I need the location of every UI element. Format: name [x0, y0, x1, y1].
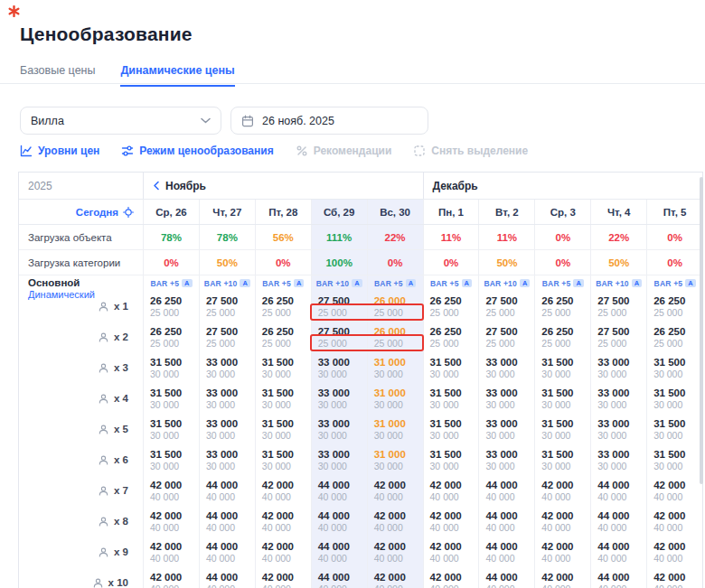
price-cell[interactable]: 31 50030 000	[143, 352, 199, 383]
price-cell[interactable]: 33 00030 000	[199, 414, 255, 444]
prev-month-icon[interactable]	[153, 181, 160, 191]
price-cell[interactable]: 42 00040 000	[646, 567, 702, 588]
price-cell[interactable]: 31 50030 000	[143, 414, 199, 444]
price-cell[interactable]: 44 00040 000	[590, 475, 646, 506]
price-cell[interactable]: 44 00040 000	[311, 537, 367, 567]
price-cell[interactable]: 31 00030 000	[367, 383, 423, 414]
price-cell[interactable]: 27 50025 000	[590, 322, 646, 352]
price-cell[interactable]: 42 00040 000	[367, 537, 423, 567]
price-cell[interactable]: 42 00040 000	[646, 506, 702, 537]
price-cell[interactable]: 26 25025 000	[423, 291, 479, 322]
day-header-1[interactable]: Ср, 26	[143, 200, 199, 224]
price-cell[interactable]: 26 25025 000	[646, 322, 702, 352]
price-cell[interactable]: 27 50025 000	[590, 291, 646, 322]
price-cell[interactable]: 26 25025 000	[646, 291, 702, 322]
price-cell[interactable]: 33 00030 000	[590, 352, 646, 383]
price-cell[interactable]: 42 00040 000	[367, 567, 423, 588]
price-cell[interactable]: 42 00040 000	[534, 506, 590, 537]
price-cell[interactable]: 42 00040 000	[143, 537, 199, 567]
price-cell[interactable]: 27 50025 000	[199, 322, 255, 352]
day-header-7[interactable]: Вт, 2	[478, 200, 534, 224]
price-cell[interactable]: 42 00040 000	[255, 567, 311, 588]
price-cell[interactable]: 31 50030 000	[534, 444, 590, 475]
price-cell[interactable]: 26 00025 000	[367, 322, 423, 352]
price-cell[interactable]: 31 50030 000	[423, 352, 479, 383]
day-header-8[interactable]: Ср, 3	[534, 200, 590, 224]
price-cell[interactable]: 31 50030 000	[646, 414, 702, 444]
price-cell[interactable]: 44 00040 000	[478, 506, 534, 537]
price-cell[interactable]: 44 00040 000	[311, 506, 367, 537]
price-cell[interactable]: 31 50030 000	[534, 352, 590, 383]
price-cell[interactable]: 31 00030 000	[367, 352, 423, 383]
price-cell[interactable]: 27 50025 000	[311, 322, 367, 352]
rate-plan-type[interactable]: Динамический	[28, 289, 95, 302]
price-cell[interactable]: 44 00040 000	[590, 506, 646, 537]
price-cell[interactable]: 31 50030 000	[255, 444, 311, 475]
price-cell[interactable]: 33 00030 000	[311, 444, 367, 475]
price-cell[interactable]: 31 50030 000	[646, 352, 702, 383]
price-cell[interactable]: 27 50025 000	[311, 291, 367, 322]
price-cell[interactable]: 33 00030 000	[311, 383, 367, 414]
price-cell[interactable]: 31 50030 000	[423, 414, 479, 444]
price-cell[interactable]: 33 00030 000	[590, 414, 646, 444]
price-cell[interactable]: 33 00030 000	[199, 383, 255, 414]
price-cell[interactable]: 26 25025 000	[534, 291, 590, 322]
price-cell[interactable]: 33 00030 000	[199, 352, 255, 383]
price-cell[interactable]: 33 00030 000	[478, 352, 534, 383]
day-header-5[interactable]: Вс, 30	[367, 200, 423, 224]
price-cell[interactable]: 42 00040 000	[534, 475, 590, 506]
price-cell[interactable]: 31 50030 000	[143, 444, 199, 475]
price-cell[interactable]: 31 50030 000	[255, 383, 311, 414]
price-levels-button[interactable]: Уровни цен	[20, 145, 99, 157]
price-cell[interactable]: 31 50030 000	[646, 444, 702, 475]
price-cell[interactable]: 31 50030 000	[646, 383, 702, 414]
price-cell[interactable]: 27 50025 000	[199, 291, 255, 322]
price-cell[interactable]: 44 00040 000	[199, 506, 255, 537]
price-cell[interactable]: 26 00025 000	[367, 291, 423, 322]
price-cell[interactable]: 44 00040 000	[478, 475, 534, 506]
price-cell[interactable]: 42 00040 000	[646, 537, 702, 567]
price-cell[interactable]: 42 00040 000	[367, 475, 423, 506]
price-cell[interactable]: 44 00040 000	[199, 475, 255, 506]
price-cell[interactable]: 31 50030 000	[534, 383, 590, 414]
price-cell[interactable]: 42 00040 000	[143, 475, 199, 506]
price-cell[interactable]: 33 00030 000	[311, 414, 367, 444]
day-header-2[interactable]: Чт, 27	[199, 200, 255, 224]
price-cell[interactable]: 31 50030 000	[255, 352, 311, 383]
day-header-3[interactable]: Пт, 28	[255, 200, 311, 224]
price-cell[interactable]: 26 25025 000	[143, 322, 199, 352]
vertical-scrollbar[interactable]	[700, 177, 703, 484]
tab-base-prices[interactable]: Базовые цены	[20, 64, 95, 87]
price-cell[interactable]: 42 00040 000	[423, 475, 479, 506]
day-header-6[interactable]: Пн, 1	[423, 200, 479, 224]
day-header-9[interactable]: Чт, 4	[590, 200, 646, 224]
price-cell[interactable]: 42 00040 000	[423, 506, 479, 537]
price-cell[interactable]: 42 00040 000	[646, 475, 702, 506]
price-cell[interactable]: 33 00030 000	[199, 444, 255, 475]
price-cell[interactable]: 42 00040 000	[534, 567, 590, 588]
price-cell[interactable]: 31 50030 000	[423, 383, 479, 414]
price-cell[interactable]: 33 00030 000	[590, 444, 646, 475]
price-cell[interactable]: 31 00030 000	[367, 414, 423, 444]
price-cell[interactable]: 44 00040 000	[311, 567, 367, 588]
price-cell[interactable]: 26 25025 000	[255, 291, 311, 322]
price-cell[interactable]: 44 00040 000	[311, 475, 367, 506]
price-cell[interactable]: 42 00040 000	[534, 537, 590, 567]
price-cell[interactable]: 33 00030 000	[478, 444, 534, 475]
price-cell[interactable]: 42 00040 000	[367, 506, 423, 537]
price-cell[interactable]: 44 00040 000	[199, 537, 255, 567]
price-cell[interactable]: 42 00040 000	[423, 567, 479, 588]
price-cell[interactable]: 42 00040 000	[255, 475, 311, 506]
price-cell[interactable]: 26 25025 000	[534, 322, 590, 352]
price-cell[interactable]: 44 00040 000	[590, 567, 646, 588]
price-cell[interactable]: 44 00040 000	[478, 567, 534, 588]
price-cell[interactable]: 27 50025 000	[478, 291, 534, 322]
price-cell[interactable]: 33 00030 000	[478, 414, 534, 444]
price-cell[interactable]: 42 00040 000	[255, 537, 311, 567]
price-cell[interactable]: 26 25025 000	[423, 322, 479, 352]
object-select[interactable]: Вилла	[20, 107, 221, 135]
price-cell[interactable]: 31 50030 000	[143, 383, 199, 414]
price-cell[interactable]: 31 50030 000	[534, 414, 590, 444]
price-cell[interactable]: 42 00040 000	[255, 506, 311, 537]
price-cell[interactable]: 44 00040 000	[590, 537, 646, 567]
